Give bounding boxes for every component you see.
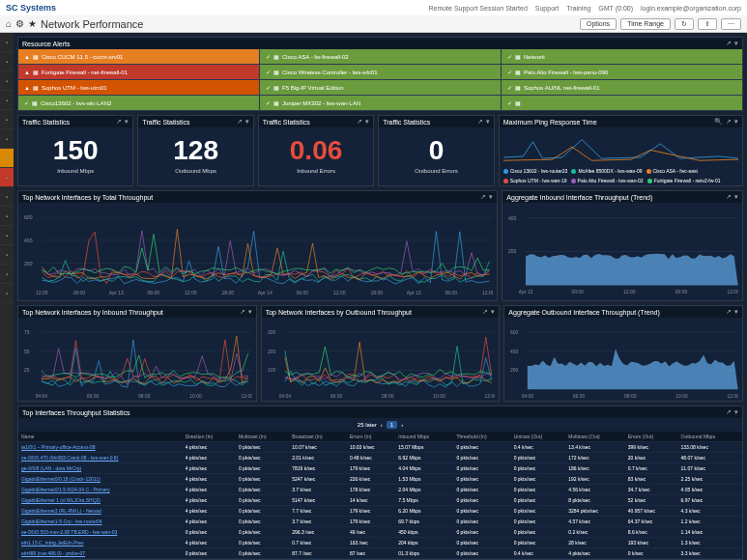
alert-cell[interactable]: ✓ ▦ Network bbox=[502, 49, 742, 64]
expand-icon[interactable]: ↗ bbox=[480, 193, 486, 201]
table-header[interactable]: Broadcast (In) bbox=[289, 432, 347, 442]
alert-cell[interactable]: ✓ ▦ Cisco ASA - fw-firewall-02 bbox=[260, 49, 501, 64]
table-row[interactable]: eth1.15.C_Inbrg.JetEdn.Prev4 pkts/sec0 p… bbox=[18, 538, 742, 548]
chevron-down-icon[interactable]: ▾ bbox=[486, 118, 490, 126]
expand-icon[interactable]: ↗ bbox=[482, 308, 488, 316]
expand-icon[interactable]: ↗ bbox=[726, 118, 732, 126]
star-icon[interactable]: ★ bbox=[28, 18, 37, 29]
expand-icon[interactable]: ↗ bbox=[726, 40, 732, 47]
table-row[interactable]: GigabitEthernet 1 (xl.WLJOra.SHQ2)4 pkts… bbox=[18, 495, 742, 506]
sidebar-item-7[interactable]: ▪ bbox=[0, 168, 14, 187]
table-header[interactable]: Multicast (Out) bbox=[565, 432, 624, 442]
sidebar-item-5[interactable]: ▪ bbox=[0, 129, 14, 149]
expand-icon[interactable]: ↗ bbox=[726, 193, 732, 201]
chevron-down-icon[interactable]: ▾ bbox=[734, 118, 738, 126]
expand-icon[interactable]: ↗ bbox=[237, 118, 243, 126]
chevron-down-icon[interactable]: ▾ bbox=[365, 118, 369, 126]
table-header[interactable]: Inbound Mbps bbox=[395, 432, 453, 442]
chevron-down-icon[interactable]: ▾ bbox=[491, 308, 495, 316]
options-button[interactable]: Options bbox=[580, 18, 617, 30]
legend-item[interactable]: Fortigate Firewall - netv2-fw-01 bbox=[647, 178, 721, 183]
time-range-button[interactable]: Time Range bbox=[620, 18, 671, 30]
sidebar-item-11[interactable]: ▪ bbox=[0, 245, 14, 265]
expand-icon[interactable]: ↗ bbox=[116, 118, 122, 126]
chevron-down-icon[interactable]: ▾ bbox=[734, 193, 738, 201]
more-icon[interactable]: ⋯ bbox=[721, 18, 741, 30]
interface-link[interactable]: xe-0/0/0.470 (Mc083:Crack-08 - lws-wan-0… bbox=[21, 455, 118, 461]
interface-link[interactable]: GigabitEthernet1-5-Crp - lws-router04 bbox=[21, 518, 102, 524]
pager-next[interactable]: › bbox=[401, 422, 403, 428]
sidebar-item-1[interactable]: ▪ bbox=[0, 52, 14, 71]
alert-cell[interactable]: ✓ ▦ bbox=[502, 96, 742, 110]
settings-icon[interactable]: ⚙ bbox=[15, 18, 24, 29]
table-row[interactable]: ge-0/0/8 (LAN - data.MrCrp)4 pkts/sec0 p… bbox=[18, 463, 742, 474]
pager-prev[interactable]: ‹ bbox=[381, 422, 383, 428]
table-header[interactable]: Threshold (In) bbox=[453, 432, 510, 442]
table-row[interactable]: GigabitEthernet3 (RL-RW.L) - Netvad4 pkt… bbox=[18, 506, 742, 517]
table-header[interactable]: Errors (Out) bbox=[625, 432, 678, 442]
chevron-down-icon[interactable]: ▾ bbox=[489, 193, 493, 201]
table-header[interactable]: Unicast (Out) bbox=[511, 432, 566, 442]
alert-cell[interactable]: ▲ ▦ Cisco CUCM 11.5 - cucm-srv01 bbox=[18, 49, 259, 64]
legend-item[interactable]: Sophos UTM - lws-wan-19 bbox=[503, 178, 567, 183]
chevron-down-icon[interactable]: ▾ bbox=[734, 308, 738, 316]
table-header[interactable]: Outbound Mbps bbox=[678, 432, 742, 442]
interface-link[interactable]: te1/0/1 – Primary-office-Access-08 bbox=[21, 444, 96, 450]
interface-link[interactable]: GigabitEthernet0/0.18 (Crack-12011) bbox=[21, 476, 101, 482]
sidebar-item-3[interactable]: ▪ bbox=[0, 91, 14, 110]
table-header[interactable]: Multicast (In) bbox=[236, 432, 289, 442]
sidebar-item-4[interactable]: ▪ bbox=[0, 110, 14, 129]
table-row[interactable]: te1/0/1 – Primary-office-Access-084 pkts… bbox=[18, 442, 742, 453]
table-header[interactable]: Errors (In) bbox=[347, 432, 395, 442]
chevron-down-icon[interactable]: ▾ bbox=[248, 308, 252, 316]
table-row[interactable]: GigabitEthernet0/0.18 (Crack-12011)4 pkt… bbox=[18, 474, 742, 485]
interface-link[interactable]: GigabitEthernet0/1-5-ND4-04 C - Primary bbox=[21, 487, 110, 492]
share-icon[interactable]: ⇪ bbox=[698, 18, 717, 30]
sidebar-item-9[interactable]: ▪ bbox=[0, 207, 14, 226]
sidebar-item-6[interactable]: ▪ bbox=[0, 149, 14, 168]
zoom-icon[interactable]: 🔍 bbox=[714, 118, 723, 126]
table-header[interactable]: Direction (In) bbox=[183, 432, 236, 442]
chevron-down-icon[interactable]: ▾ bbox=[734, 40, 738, 47]
expand-icon[interactable]: ↗ bbox=[726, 408, 732, 416]
sidebar-item-2[interactable]: ▪ bbox=[0, 71, 14, 91]
interface-link[interactable]: GigabitEthernet3 (RL-RW.L) - Netvad bbox=[21, 508, 101, 514]
alert-cell[interactable]: ▲ ▦ Fortigate Firewall - net-firewall-01 bbox=[18, 65, 259, 79]
chevron-down-icon[interactable]: ▾ bbox=[125, 118, 129, 126]
refresh-icon[interactable]: ↻ bbox=[675, 18, 694, 30]
legend-item[interactable]: McAfee 8500DX - lws-wan-09 bbox=[571, 168, 642, 174]
expand-icon[interactable]: ↗ bbox=[357, 118, 362, 126]
table-row[interactable]: eth489 (row.486.0) - probe-070 pkts/sec0… bbox=[18, 548, 742, 559]
interface-link[interactable]: eth1.15.C_Inbrg.JetEdn.Prev bbox=[21, 540, 84, 546]
table-row[interactable]: GigabitEthernet1-5-Crp - lws-router044 p… bbox=[18, 517, 742, 527]
table-row[interactable]: se-0/0/0.503-msv-2.08 TB.ERD - lws-wan-0… bbox=[18, 527, 742, 538]
legend-item[interactable]: Cisco 13602 - lws-router23 bbox=[503, 168, 568, 174]
interface-link[interactable]: GigabitEthernet 1 (xl.WLJOra.SHQ2) bbox=[21, 497, 101, 503]
sidebar-item-8[interactable]: ▪ bbox=[0, 187, 14, 207]
home-icon[interactable]: ⌂ bbox=[6, 18, 12, 29]
sidebar-item-10[interactable]: ▪ bbox=[0, 226, 14, 245]
alert-cell[interactable]: ✓ ▦ Cisco13602 - lws-wlc-LAN2 bbox=[18, 96, 259, 110]
sidebar-item-13[interactable]: ▪ bbox=[0, 284, 14, 303]
alert-cell[interactable]: ✓ ▦ Juniper MX302 - lws-wan-LAN bbox=[260, 96, 501, 110]
alert-cell[interactable]: ▲ ▦ Sophos UTM - lws-utm01 bbox=[18, 80, 259, 95]
expand-icon[interactable]: ↗ bbox=[240, 308, 245, 316]
table-header[interactable]: Name bbox=[18, 432, 183, 442]
legend-item[interactable]: Palo Alto Firewall - lws-wan-02 bbox=[571, 178, 644, 183]
sidebar-item-0[interactable]: ▪ bbox=[0, 33, 14, 52]
interface-link[interactable]: se-0/0/0.503-msv-2.08 TB.ERD - lws-wan-0… bbox=[21, 529, 117, 535]
table-row[interactable]: xe-0/0/0.470 (Mc083:Crack-08 - lws-wan-0… bbox=[18, 453, 742, 463]
alert-cell[interactable]: ✓ ▦ Palo Alto Firewall - lws-pano-090 bbox=[502, 65, 742, 79]
chevron-down-icon[interactable]: ▾ bbox=[734, 408, 738, 416]
alert-cell[interactable]: ✓ ▦ F5 Big-IP Virtual Edition bbox=[260, 80, 501, 95]
interface-link[interactable]: eth489 (row.486.0) - probe-07 bbox=[21, 550, 85, 556]
table-row[interactable]: GigabitEthernet0/1-5-ND4-04 C - Primary4… bbox=[18, 485, 742, 495]
pager-page[interactable]: 1 bbox=[387, 421, 397, 429]
alert-cell[interactable]: ✓ ▦ Sophos AU/NL net-firewall-01 bbox=[502, 80, 742, 95]
alert-cell[interactable]: ✓ ▦ Cisco Wireless Controller - lws-wlc0… bbox=[260, 65, 501, 79]
legend-item[interactable]: Cisco ASA - fwc-east bbox=[646, 168, 698, 174]
chevron-down-icon[interactable]: ▾ bbox=[245, 118, 249, 126]
sidebar-item-12[interactable]: ▪ bbox=[0, 265, 14, 284]
expand-icon[interactable]: ↗ bbox=[477, 118, 483, 126]
expand-icon[interactable]: ↗ bbox=[726, 308, 732, 316]
